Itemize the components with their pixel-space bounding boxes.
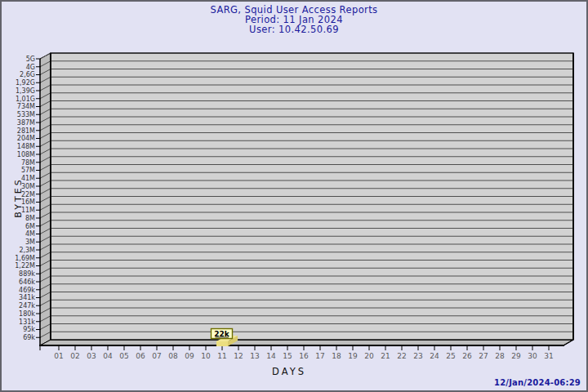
y-tick-label: 4M: [25, 230, 35, 238]
x-tick-label: 06: [136, 352, 145, 360]
x-tick-label: 04: [103, 352, 113, 360]
y-tick-label: 1,22M: [15, 262, 35, 270]
y-tick-label: 247k: [19, 302, 35, 310]
y-tick-label: 646k: [19, 278, 35, 286]
y-tick-label: 1,39G: [16, 87, 35, 95]
x-tick-label: 02: [70, 352, 79, 360]
x-tick-label: 25: [446, 352, 455, 360]
x-tick-label: 26: [462, 352, 472, 360]
y-tick-label: 69k: [23, 334, 35, 341]
x-tick-label: 12: [234, 352, 243, 360]
y-tick-label: 108M: [17, 151, 35, 158]
x-tick-label: 31: [544, 352, 553, 360]
x-tick-label: 07: [152, 352, 161, 360]
y-tick-label: 6M: [25, 223, 35, 230]
x-tick-label: 20: [364, 352, 374, 360]
chart-title-block: SARG, Squid User Access Reports Period: …: [2, 5, 586, 34]
y-tick-label: 5G: [26, 56, 35, 63]
y-tick-label: 469k: [19, 287, 35, 294]
y-tick-label: 57M: [21, 167, 35, 174]
x-tick-label: 08: [168, 352, 178, 360]
y-tick-label: 2,3M: [19, 247, 35, 254]
y-tick-label: 148M: [17, 143, 35, 150]
generation-timestamp: 12/Jan/2024-06:29: [494, 378, 581, 387]
x-tick-label: 30: [528, 352, 537, 360]
y-tick-label: 1,01G: [16, 96, 35, 103]
y-tick-label: 387M: [17, 119, 35, 127]
chart-user: User: 10.42.50.69: [2, 24, 586, 34]
x-tick-label: 18: [332, 352, 341, 360]
floor: [40, 340, 573, 345]
y-tick-label: 1,92G: [16, 79, 35, 87]
y-tick-label: 734M: [17, 103, 35, 110]
y-tick-label: 204M: [17, 135, 35, 142]
x-tick-label: 16: [299, 352, 309, 360]
chart-svg: 5G4G2,6G1,92G1,39G1,01G734M533M387M281M2…: [2, 2, 588, 392]
x-tick-label: 19: [348, 352, 358, 360]
x-tick-label: 17: [315, 352, 324, 360]
x-tick-label: 23: [413, 352, 422, 360]
y-tick-label: 281M: [17, 127, 35, 135]
x-tick-label: 24: [430, 352, 439, 360]
sarg-report-window: 5G4G2,6G1,92G1,39G1,01G734M533M387M281M2…: [0, 0, 588, 392]
y-tick-label: 533M: [17, 111, 35, 118]
y-tick-label: 180k: [19, 310, 35, 318]
x-tick-label: 28: [495, 352, 505, 360]
y-tick-label: 4G: [26, 64, 35, 71]
y-tick-label: 1,69M: [15, 255, 35, 262]
x-tick-label: 29: [511, 352, 521, 360]
y-tick-label: 95k: [23, 326, 35, 333]
bar-front-face: [216, 341, 228, 346]
x-tick-label: 11: [217, 352, 226, 360]
x-tick-label: 21: [381, 352, 390, 360]
x-tick-label: 27: [479, 352, 488, 360]
y-tick-label: 78M: [21, 159, 35, 167]
x-tick-label: 09: [185, 352, 194, 360]
x-tick-label: 05: [119, 352, 128, 360]
y-axis-title: BYTES: [13, 177, 24, 217]
x-tick-label: 03: [87, 352, 96, 360]
y-tick-label: 889k: [19, 270, 35, 278]
x-tick-label: 14: [266, 352, 276, 360]
y-tick-label: 341k: [19, 294, 35, 301]
y-tick-label: 8M: [25, 215, 35, 222]
y-tick-label: 131k: [19, 318, 35, 326]
y-tick-label: 2,6G: [20, 71, 35, 78]
x-tick-label: 01: [54, 352, 63, 360]
x-tick-label: 15: [283, 352, 292, 360]
x-tick-label: 13: [250, 352, 259, 360]
bar-value-label: 22k: [214, 330, 230, 338]
x-tick-label: 22: [397, 352, 406, 360]
y-tick-label: 3M: [25, 238, 35, 246]
x-tick-label: 10: [201, 352, 211, 360]
x-axis-title: DAYS: [272, 366, 306, 377]
